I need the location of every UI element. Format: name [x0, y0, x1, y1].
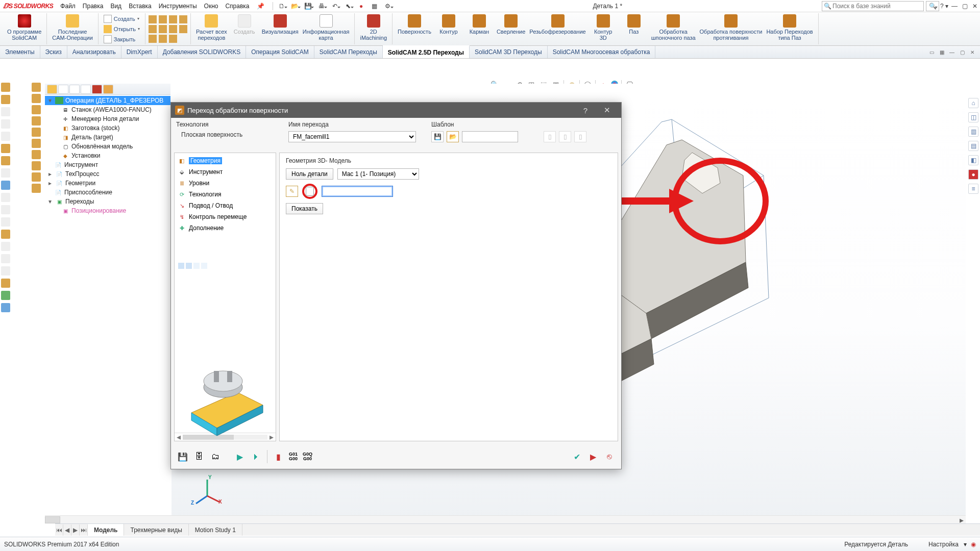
- qat-undo-icon[interactable]: ↶: [329, 2, 340, 11]
- tree-partzero[interactable]: ✛Менеджер Ноля детали: [45, 114, 170, 123]
- ribbon-pocket[interactable]: Карман: [464, 13, 495, 36]
- search-go-icon[interactable]: 🔍: [926, 1, 939, 11]
- show-button[interactable]: Показать: [286, 203, 323, 214]
- foot-apply-icon[interactable]: ✔: [571, 451, 582, 462]
- fm-tab-icon[interactable]: [103, 85, 113, 94]
- lt-icon[interactable]: [1, 107, 10, 116]
- qat-print-icon[interactable]: 🖶: [316, 2, 327, 11]
- nav-item-link[interactable]: ↘Подвод / Отвод: [176, 200, 275, 211]
- tree-positioning[interactable]: ▣Позиционирование: [45, 206, 170, 215]
- view-mode-thumbs[interactable]: [178, 263, 207, 269]
- template-save-icon[interactable]: 💾: [431, 131, 444, 142]
- tab-op-solidcam[interactable]: Операция SolidCAM: [246, 46, 314, 58]
- cube-icon[interactable]: [179, 15, 187, 23]
- menu-tools[interactable]: Инструменты: [159, 3, 197, 10]
- ribbon-recent-ops[interactable]: ПоследниеCAM-Операции: [50, 13, 95, 42]
- lt-icon[interactable]: [1, 168, 10, 178]
- ribbon-open[interactable]: Открыть▾: [102, 24, 142, 34]
- tab-sc-25d[interactable]: SolidCAM 2.5D Переходы: [383, 45, 470, 58]
- foot-sim-green-icon[interactable]: ▶: [234, 451, 246, 462]
- edit-geom-icon[interactable]: ✎: [286, 186, 298, 197]
- scrollbar-thumb[interactable]: [45, 516, 60, 523]
- ribbon-slot[interactable]: Паз: [619, 13, 649, 36]
- foot-sim-green2-icon[interactable]: ⏵: [251, 451, 262, 462]
- nav-item-geometry[interactable]: ◧Геометрия: [176, 155, 275, 166]
- lt-icon[interactable]: [1, 156, 10, 165]
- taskpane-explorer-icon[interactable]: ▤: [968, 141, 978, 151]
- lt-icon[interactable]: [1, 181, 10, 190]
- lt-icon[interactable]: [1, 266, 10, 276]
- status-unit-icon[interactable]: ▾: [964, 541, 967, 548]
- dialog-title-bar[interactable]: ◩ Переход обработки поверхности ? ✕: [171, 103, 621, 118]
- cube-icon[interactable]: [149, 25, 157, 33]
- doc-tile-icon[interactable]: ▦: [937, 47, 946, 57]
- menu-pin-icon[interactable]: 📌: [257, 3, 264, 10]
- mac-select[interactable]: Mac 1 (1- Позиция): [337, 168, 419, 180]
- qat-rebuild-icon[interactable]: ●: [356, 2, 367, 11]
- cube-icon[interactable]: [149, 35, 157, 43]
- lt-icon[interactable]: [1, 193, 10, 202]
- cube-icon[interactable]: [169, 15, 177, 23]
- fm-tab-icon[interactable]: [69, 85, 80, 94]
- ribbon-calc-all[interactable]: Расчет всехпереходов: [194, 13, 229, 42]
- menu-help[interactable]: Справка: [225, 3, 249, 10]
- fm-tab-icon[interactable]: [58, 85, 68, 94]
- part-zero-button[interactable]: Ноль детали: [286, 168, 333, 180]
- lt2-icon[interactable]: [32, 150, 41, 159]
- lt-icon[interactable]: [1, 279, 10, 288]
- help-dropdown-icon[interactable]: ? ▾: [939, 2, 949, 11]
- tree-root[interactable]: ▾Операция (ДЕТАЛЬ 1_ФРЕЗЕРОВ: [45, 96, 170, 105]
- tab-sc-3d[interactable]: SolidCAM 3D Переходы: [470, 46, 548, 58]
- template-input[interactable]: [462, 131, 518, 142]
- nav-item-extra[interactable]: ✚Дополнение: [176, 222, 275, 234]
- lt2-icon[interactable]: [32, 172, 41, 182]
- lt-icon[interactable]: [1, 242, 10, 251]
- ribbon-surface[interactable]: Поверхность: [396, 13, 433, 36]
- feature-tree[interactable]: ▾Операция (ДЕТАЛЬ 1_ФРЕЗЕРОВ 🖥Станок (AW…: [45, 95, 170, 216]
- horizontal-scrollbar[interactable]: ▸: [45, 515, 966, 523]
- tab-addins[interactable]: Добавления SOLIDWORKS: [158, 46, 247, 58]
- opname-select[interactable]: FM_facemill1: [288, 131, 416, 142]
- tab-sc-multi[interactable]: SolidCAM Многоосевая обработка: [548, 46, 656, 58]
- nav-first-icon[interactable]: ⏮: [55, 524, 63, 536]
- qat-settings-icon[interactable]: ⚙: [382, 2, 394, 11]
- nav-last-icon[interactable]: ⏭: [80, 524, 88, 536]
- nav-item-tool[interactable]: ⬙Инструмент: [176, 166, 275, 178]
- fm-tab-icon[interactable]: [47, 85, 57, 94]
- nav-item-technology[interactable]: ⟳Технология: [176, 189, 275, 200]
- lt-icon[interactable]: [1, 83, 10, 92]
- lt-icon[interactable]: [1, 132, 10, 141]
- taskpane-home-icon[interactable]: ⌂: [968, 98, 978, 108]
- nav-prev-icon[interactable]: ◀: [63, 524, 71, 536]
- close-icon[interactable]: ✕: [970, 2, 980, 11]
- ribbon-surf-machining[interactable]: Обработка поверхностипротягивания: [698, 13, 765, 42]
- qat-options-icon[interactable]: ▦: [369, 2, 380, 11]
- menu-edit[interactable]: Правка: [83, 3, 104, 10]
- doc-max-icon[interactable]: ▢: [958, 47, 967, 57]
- qat-save-icon[interactable]: 💾: [303, 2, 314, 11]
- foot-ok-icon[interactable]: ▶: [587, 451, 599, 462]
- lt2-icon[interactable]: [32, 94, 41, 103]
- template-open-icon[interactable]: 📂: [447, 131, 459, 142]
- geometry-name-input[interactable]: [322, 186, 393, 197]
- tree-geom[interactable]: ▸📄Геометрии: [45, 179, 170, 188]
- ribbon-drill[interactable]: Сверление: [495, 13, 527, 36]
- tree-ops[interactable]: ▾▣Переходы: [45, 197, 170, 206]
- cube-icon[interactable]: [169, 25, 177, 33]
- restore-icon[interactable]: ▢: [960, 2, 970, 11]
- taskpane-library-icon[interactable]: ▥: [968, 127, 978, 137]
- tree-tool[interactable]: 📄Инструмент: [45, 160, 170, 169]
- tree-updated[interactable]: ▢Обновлённая модель: [45, 142, 170, 151]
- menu-insert[interactable]: Вставка: [129, 3, 152, 10]
- doc-close-icon[interactable]: ✕: [968, 47, 977, 57]
- dialog-close-icon[interactable]: ✕: [597, 103, 617, 118]
- ribbon-keyway[interactable]: Обработкашпоночного паза: [649, 13, 698, 42]
- menu-window[interactable]: Окно: [204, 3, 218, 10]
- bottom-tab-motion[interactable]: Motion Study 1: [189, 524, 242, 536]
- doc-min-icon[interactable]: —: [947, 47, 957, 57]
- lt2-icon[interactable]: [32, 184, 41, 193]
- cube-icon[interactable]: [169, 35, 177, 43]
- foot-saveall-icon[interactable]: 🗄: [193, 451, 205, 462]
- lt-icon[interactable]: [1, 95, 10, 104]
- tree-machine[interactable]: 🖥Станок (AWEA1000-FANUC): [45, 105, 170, 114]
